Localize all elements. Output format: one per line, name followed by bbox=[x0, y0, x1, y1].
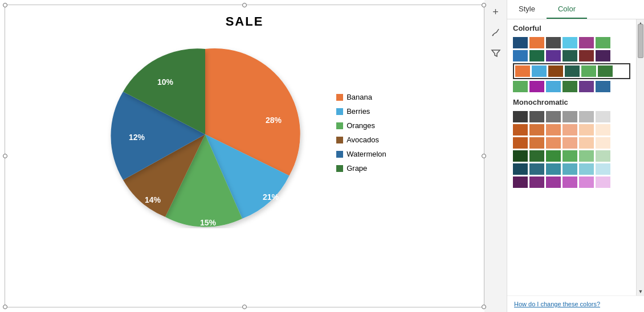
swatch[interactable] bbox=[529, 37, 544, 48]
pie-chart[interactable]: 28% 21% 15% 14% 12% 10% bbox=[103, 35, 319, 231]
swatch[interactable] bbox=[513, 111, 528, 122]
legend-color-oranges bbox=[336, 122, 343, 129]
legend-berries: Berries bbox=[336, 107, 386, 116]
swatch[interactable] bbox=[529, 176, 544, 188]
legend-label-watermelon: Watermelon bbox=[347, 150, 386, 158]
swatch[interactable] bbox=[548, 65, 563, 77]
swatch[interactable] bbox=[579, 111, 594, 122]
swatch[interactable] bbox=[513, 150, 528, 162]
swatch[interactable] bbox=[596, 163, 610, 175]
svg-marker-0 bbox=[492, 50, 500, 56]
swatch[interactable] bbox=[563, 50, 577, 61]
swatch[interactable] bbox=[563, 163, 577, 175]
legend-oranges: Oranges bbox=[336, 121, 386, 130]
legend-avocados: Avocados bbox=[336, 136, 386, 144]
swatch[interactable] bbox=[563, 176, 577, 188]
swatch[interactable] bbox=[563, 111, 577, 122]
filter-button[interactable] bbox=[486, 43, 506, 63]
scroll-thumb[interactable] bbox=[638, 24, 643, 58]
handle-bm[interactable] bbox=[242, 305, 247, 309]
swatch[interactable] bbox=[563, 37, 577, 48]
swatch[interactable] bbox=[563, 124, 577, 136]
brush-button[interactable] bbox=[486, 23, 506, 42]
handle-tm[interactable] bbox=[242, 3, 247, 7]
swatch[interactable] bbox=[546, 176, 561, 188]
swatch[interactable] bbox=[513, 176, 528, 188]
swatch[interactable] bbox=[513, 137, 528, 149]
swatch[interactable] bbox=[513, 81, 528, 92]
swatch[interactable] bbox=[563, 150, 577, 162]
swatch[interactable] bbox=[513, 50, 528, 61]
mono-row-4 bbox=[513, 150, 630, 162]
swatch[interactable] bbox=[529, 111, 544, 122]
mono-section-title: Monochromatic bbox=[513, 98, 630, 106]
pct-watermelon: 12% bbox=[129, 133, 145, 142]
swatch[interactable] bbox=[596, 150, 610, 162]
swatch[interactable] bbox=[529, 81, 544, 92]
handle-mr[interactable] bbox=[482, 154, 486, 158]
pct-berries: 21% bbox=[263, 192, 279, 202]
swatch[interactable] bbox=[579, 37, 594, 48]
pct-oranges: 15% bbox=[200, 218, 217, 227]
swatch[interactable] bbox=[546, 137, 561, 149]
swatch[interactable] bbox=[596, 111, 610, 122]
swatch[interactable] bbox=[532, 65, 547, 77]
swatch[interactable] bbox=[513, 37, 528, 48]
swatch[interactable] bbox=[596, 176, 610, 188]
legend-label-banana: Banana bbox=[347, 93, 372, 101]
swatch[interactable] bbox=[596, 81, 610, 92]
mono-row-5 bbox=[513, 163, 630, 175]
handle-br[interactable] bbox=[482, 305, 486, 309]
swatch[interactable] bbox=[579, 137, 594, 149]
swatch[interactable] bbox=[513, 163, 528, 175]
swatch[interactable] bbox=[515, 65, 530, 77]
panel-body: Colorful bbox=[507, 19, 636, 295]
chart-content: 28% 21% 15% 14% 12% 10% Banana Berries O… bbox=[5, 35, 484, 231]
mono-row-3 bbox=[513, 137, 630, 149]
scrollbar[interactable]: ▲ ▼ bbox=[636, 19, 644, 295]
swatch[interactable] bbox=[563, 81, 577, 92]
swatch[interactable] bbox=[529, 124, 544, 136]
legend-label-avocados: Avocados bbox=[347, 136, 379, 144]
scroll-down-button[interactable]: ▼ bbox=[637, 288, 644, 295]
swatch[interactable] bbox=[529, 150, 544, 162]
handle-tl[interactable] bbox=[3, 3, 7, 7]
swatch[interactable] bbox=[546, 81, 561, 92]
swatch[interactable] bbox=[596, 124, 610, 136]
swatch[interactable] bbox=[598, 65, 613, 77]
legend-color-banana bbox=[336, 94, 343, 101]
tab-style[interactable]: Style bbox=[507, 0, 547, 19]
swatch[interactable] bbox=[546, 124, 561, 136]
legend-color-watermelon bbox=[336, 151, 343, 158]
handle-bl[interactable] bbox=[3, 305, 7, 309]
swatch[interactable] bbox=[579, 163, 594, 175]
swatch[interactable] bbox=[579, 50, 594, 61]
panel-tabs: Style Color bbox=[507, 0, 644, 19]
swatch[interactable] bbox=[546, 37, 561, 48]
panel-right: Style Color Colorful bbox=[507, 0, 644, 312]
swatch[interactable] bbox=[546, 150, 561, 162]
tab-color[interactable]: Color bbox=[547, 0, 587, 19]
colorful-row-3-selected[interactable] bbox=[513, 63, 630, 79]
swatch[interactable] bbox=[546, 111, 561, 122]
swatch[interactable] bbox=[563, 137, 577, 149]
add-element-button[interactable]: + bbox=[486, 2, 506, 22]
swatch[interactable] bbox=[513, 124, 528, 136]
swatch[interactable] bbox=[546, 163, 561, 175]
swatch[interactable] bbox=[596, 37, 610, 48]
swatch[interactable] bbox=[596, 137, 610, 149]
swatch[interactable] bbox=[529, 137, 544, 149]
swatch[interactable] bbox=[579, 81, 594, 92]
swatch[interactable] bbox=[529, 163, 544, 175]
swatch[interactable] bbox=[546, 50, 561, 61]
swatch[interactable] bbox=[565, 65, 580, 77]
swatch[interactable] bbox=[579, 176, 594, 188]
swatch[interactable] bbox=[579, 124, 594, 136]
handle-tr[interactable] bbox=[482, 3, 486, 7]
help-link[interactable]: How do I change these colors? bbox=[507, 295, 644, 312]
handle-ml[interactable] bbox=[3, 154, 7, 158]
swatch[interactable] bbox=[579, 150, 594, 162]
swatch[interactable] bbox=[581, 65, 596, 77]
swatch[interactable] bbox=[529, 50, 544, 61]
swatch[interactable] bbox=[596, 50, 610, 61]
